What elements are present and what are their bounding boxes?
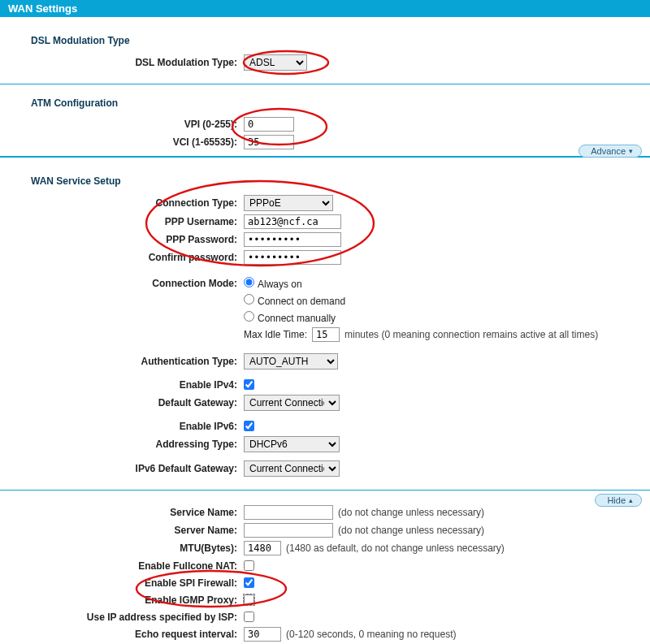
echo-interval-label: Echo request interval:	[0, 629, 244, 640]
chevron-up-icon: ▴	[629, 497, 633, 504]
igmp-proxy-checkbox[interactable]	[244, 594, 254, 605]
connection-type-label: Connection Type:	[0, 197, 244, 209]
max-idle-input[interactable]	[312, 327, 340, 342]
service-name-input[interactable]	[244, 505, 333, 520]
advance-label: Advance	[591, 146, 626, 156]
ppp-password-input[interactable]	[244, 232, 341, 247]
vpi-label: VPI (0-255):	[0, 119, 244, 130]
default-gateway-label: Default Gateway:	[0, 397, 244, 408]
enable-ipv4-label: Enable IPv4:	[0, 379, 244, 391]
vci-input[interactable]	[244, 135, 294, 149]
ipv6-default-gateway-label: IPv6 Default Gateway:	[0, 463, 244, 474]
service-name-note: (do not change unless necessary)	[338, 507, 484, 518]
ip-by-isp-label: Use IP address specified by ISP:	[0, 612, 244, 623]
confirm-password-input[interactable]	[244, 250, 341, 265]
server-name-label: Server Name:	[0, 525, 244, 536]
connection-mode-always[interactable]: Always on	[244, 277, 302, 290]
enable-ipv6-checkbox[interactable]	[244, 421, 254, 431]
hide-label: Hide	[607, 495, 626, 505]
spi-firewall-label: Enable SPI Firewall:	[0, 577, 244, 589]
section-heading-wan: WAN Service Setup	[0, 169, 650, 193]
ip-by-isp-checkbox[interactable]	[244, 612, 254, 622]
connection-type-select[interactable]: PPPoE	[244, 195, 333, 211]
server-name-input[interactable]	[244, 523, 333, 538]
default-gateway-select[interactable]: Current Connection	[244, 395, 340, 411]
chevron-down-icon: ▾	[629, 148, 633, 155]
dsl-modulation-select[interactable]: ADSL	[244, 54, 307, 71]
auth-type-select[interactable]: AUTO_AUTH	[244, 353, 338, 370]
connection-mode-label: Connection Mode:	[0, 278, 244, 289]
hide-pill[interactable]: Hide ▴	[595, 494, 642, 507]
fullcone-nat-label: Enable Fullcone NAT:	[0, 560, 244, 572]
enable-ipv4-checkbox[interactable]	[244, 379, 254, 390]
addressing-type-label: Addressing Type:	[0, 439, 244, 450]
vpi-input[interactable]	[244, 117, 294, 132]
radio-manual[interactable]	[244, 311, 254, 322]
server-name-note: (do not change unless necessary)	[338, 525, 484, 536]
mtu-note: (1480 as default, do not change unless n…	[286, 542, 505, 554]
ipv6-default-gateway-select[interactable]: Current Connection	[244, 460, 340, 477]
ppp-password-label: PPP Password:	[0, 234, 244, 245]
ppp-username-label: PPP Username:	[0, 216, 244, 227]
service-name-label: Service Name:	[0, 507, 244, 518]
ppp-username-input[interactable]	[244, 214, 341, 229]
radio-on-demand[interactable]	[244, 294, 254, 305]
igmp-proxy-label: Enable IGMP Proxy:	[0, 594, 244, 606]
max-idle-suffix: minutes (0 meaning connection remains ac…	[344, 329, 598, 340]
echo-interval-input[interactable]	[244, 627, 281, 642]
mtu-input[interactable]	[244, 541, 281, 555]
spi-firewall-checkbox[interactable]	[244, 577, 254, 588]
section-heading-dsl: DSL Modulation Type	[0, 28, 650, 53]
advance-pill[interactable]: Advance ▾	[578, 145, 642, 158]
radio-always-on[interactable]	[244, 277, 254, 287]
auth-type-label: Authentication Type:	[0, 356, 244, 367]
vci-label: VCI (1-65535):	[0, 136, 244, 148]
enable-ipv6-label: Enable IPv6:	[0, 421, 244, 432]
section-heading-atm: ATM Configuration	[0, 91, 650, 115]
addressing-type-select[interactable]: DHCPv6	[244, 436, 340, 452]
confirm-password-label: Confirm password:	[0, 252, 244, 263]
mtu-label: MTU(Bytes):	[0, 542, 244, 554]
max-idle-prefix: Max Idle Time:	[244, 329, 307, 340]
echo-interval-note: (0-120 seconds, 0 meaning no request)	[286, 629, 456, 640]
fullcone-nat-checkbox[interactable]	[244, 560, 254, 571]
connection-mode-manual[interactable]: Connect manually	[244, 311, 336, 324]
dsl-modulation-label: DSL Modulation Type:	[0, 57, 244, 68]
page-title: WAN Settings	[0, 0, 650, 17]
connection-mode-demand[interactable]: Connect on demand	[244, 294, 345, 307]
